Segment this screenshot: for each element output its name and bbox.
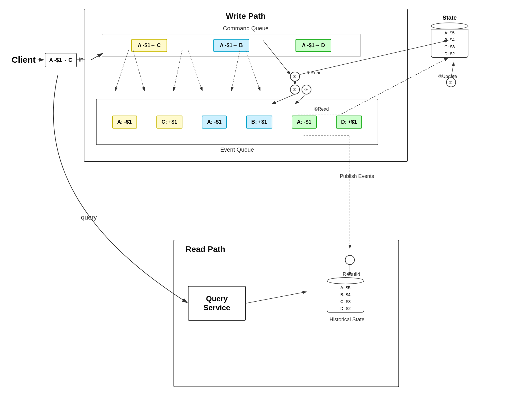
- state-entry-0: A: $5: [444, 29, 455, 36]
- state-cylinder-body: A: $5 B: $4 C: $3 D: $2: [431, 29, 468, 58]
- publish-events-label: Publish Events: [340, 173, 374, 179]
- state-title: State: [431, 14, 468, 21]
- read2-label: ②Read: [306, 70, 322, 75]
- client-label: Client: [12, 55, 36, 65]
- hist-cylinder-top: [327, 277, 364, 284]
- svg-text:⑤: ⑤: [449, 80, 452, 85]
- state-cylinder: State A: $5 B: $4 C: $3 D: $2: [431, 14, 468, 58]
- query-label: query: [81, 214, 97, 221]
- state-cylinder-top: [431, 23, 468, 29]
- write-path-title: Write Path: [226, 12, 266, 21]
- update5-label: ⑤Update: [438, 74, 457, 79]
- evt-item-2: A: -$1: [202, 116, 227, 129]
- evt-item-0: A: -$1: [112, 116, 137, 129]
- state-entry-1: B: $4: [444, 36, 455, 43]
- evt-item-4: A: -$1: [292, 116, 317, 129]
- evt-item-1: C: +$1: [156, 116, 183, 129]
- cmd-item-1: A -$1→ B: [213, 39, 249, 52]
- hist-cylinder: A: $5 B: $4 C: $3 D: $2 Historical State: [327, 277, 367, 313]
- command-queue-label: Command Queue: [223, 25, 269, 32]
- state-content: A: $5 B: $4 C: $3 D: $2: [444, 29, 455, 57]
- event-queue-box: A: -$1 C: +$1 A: -$1 B: +$1 A: -$1 D: +$…: [96, 99, 378, 145]
- historical-state-title: Historical State: [329, 317, 364, 323]
- hist-entry-2: C: $3: [340, 298, 351, 305]
- hist-entry-0: A: $5: [340, 284, 351, 291]
- client-cmd-box: A -$1→ C: [45, 53, 77, 67]
- write-path-box: Write Path Command Queue A -$1→ C A -$1→…: [84, 9, 408, 162]
- in-label: in: [79, 56, 84, 63]
- cmd-item-2: A -$1→ D: [296, 39, 331, 52]
- read4-label: ④Read: [314, 106, 329, 112]
- hist-cylinder-body: A: $5 B: $4 C: $3 D: $2: [327, 284, 364, 313]
- evt-item-3: B: +$1: [246, 116, 272, 129]
- evt-item-5: D: +$1: [336, 116, 362, 129]
- command-queue-items: A -$1→ C A -$1→ B A -$1→ D: [102, 34, 361, 57]
- cmd-item-0: A -$1→ C: [131, 39, 167, 52]
- read-path-title: Read Path: [186, 245, 225, 254]
- query-service-text: QueryService: [204, 294, 230, 312]
- hist-entry-1: B: $4: [340, 291, 351, 298]
- hist-content: A: $5 B: $4 C: $3 D: $2: [340, 284, 351, 312]
- state-entry-3: D: $2: [444, 50, 455, 57]
- query-service-box: QueryService: [188, 286, 246, 321]
- state-entry-2: C: $3: [444, 43, 455, 50]
- hist-entry-3: D: $2: [340, 305, 351, 312]
- diagram-container: Write Path Command Queue A -$1→ C A -$1→…: [0, 0, 506, 420]
- event-queue-label: Event Queue: [220, 146, 254, 153]
